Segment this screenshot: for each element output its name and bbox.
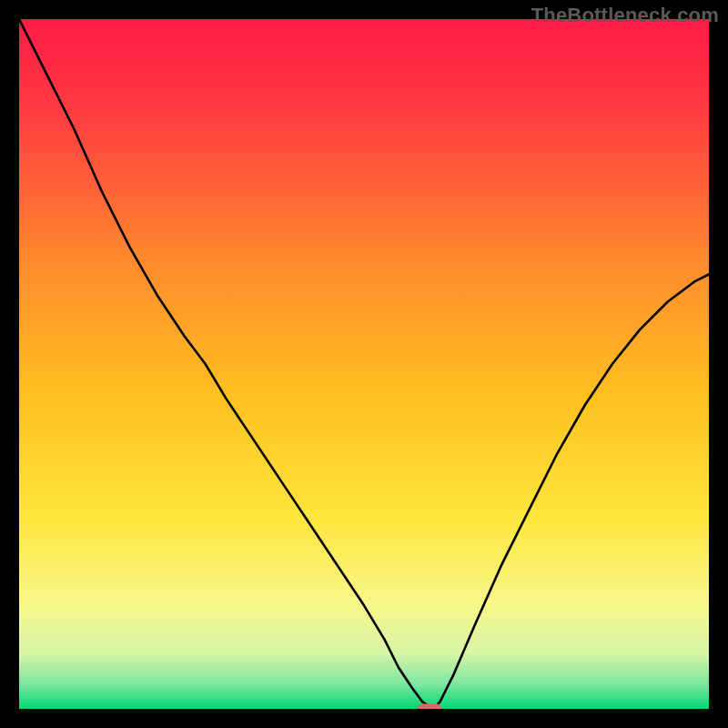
chart-svg — [19, 19, 709, 709]
optimal-marker — [418, 703, 442, 709]
chart-frame: TheBottleneck.com — [0, 0, 728, 728]
watermark-label: TheBottleneck.com — [531, 4, 719, 27]
plot-area — [19, 19, 709, 709]
